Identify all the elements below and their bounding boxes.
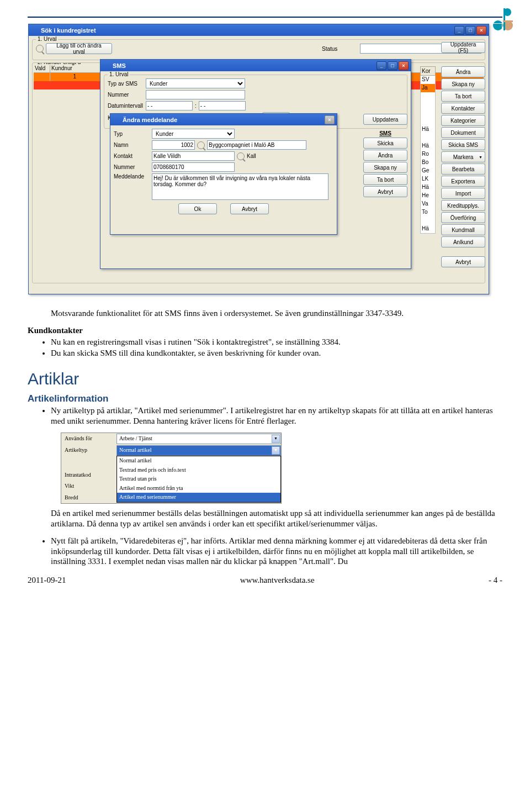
sms-btn-avbryt[interactable]: Avbryt <box>363 186 407 197</box>
sms-min-btn[interactable]: _ <box>377 61 386 70</box>
lbl-kontakt: Kontakt <box>114 153 150 159</box>
lbl-namn: Namn <box>114 142 150 148</box>
search-icon-kontakt[interactable] <box>237 152 245 160</box>
sel-typ[interactable]: Kunder <box>152 129 235 139</box>
bullet-k2: Du kan skicka SMS till dina kundkontakte… <box>51 348 502 358</box>
inp-namn-nr[interactable] <box>152 140 195 150</box>
footer-page: - 4 - <box>489 576 502 585</box>
msg-window-icon <box>113 116 120 124</box>
datum-sep: : <box>195 103 197 109</box>
footer-url: www.hantverksdata.se <box>240 576 315 585</box>
btn-overforing[interactable]: Överföring <box>441 212 485 223</box>
btn-kundmall[interactable]: Kundmall <box>441 224 485 235</box>
btn-bearbeta[interactable]: Bearbeta <box>441 164 485 175</box>
inp-datum-1[interactable] <box>146 101 193 110</box>
msg-close-btn[interactable]: × <box>325 115 335 124</box>
lbl-vikt: Vikt <box>61 481 116 492</box>
sms-group-legend: 1. Urval <box>108 71 130 77</box>
divider <box>28 17 502 18</box>
btn-ok[interactable]: Ok <box>178 203 217 214</box>
lbl-typ: Typ <box>114 131 150 137</box>
btn-dokument[interactable]: Dokument <box>441 127 485 138</box>
add-edit-selection-btn[interactable]: Lägg till och ändra urval <box>46 43 112 54</box>
dropdown-list[interactable]: Normal artikel Textrad med pris och info… <box>116 456 281 503</box>
group-legend-1: 1. Urval <box>36 36 58 42</box>
btn-anlkund[interactable]: Anlkund <box>441 236 485 247</box>
title-text: Sök i kundregistret <box>41 27 96 34</box>
btn-import[interactable]: Import <box>441 188 485 199</box>
group-legend-2: 2. Kunder enligt u <box>36 62 82 65</box>
sms-btn-skapa-ny[interactable]: Skapa ny <box>363 162 407 173</box>
opt-0[interactable]: Normal artikel <box>117 456 280 466</box>
lbl-typ-sms: Typ av SMS <box>108 81 144 87</box>
lbl-datum: Datumintervall <box>108 103 144 109</box>
search-icon-namn[interactable] <box>197 141 205 149</box>
heading-artiklar: Artiklar <box>28 368 502 389</box>
lbl-nummer-msg: Nummer <box>114 164 150 170</box>
para-1: Motsvarande funktionalitet för att SMS f… <box>51 308 502 319</box>
opt-2[interactable]: Textrad utan pris <box>117 474 280 484</box>
footer-date: 2011-09-21 <box>28 576 66 585</box>
lbl-artikeltyp: Artikeltyp <box>61 445 116 456</box>
sms-btn-ta-bort[interactable]: Ta bort <box>363 174 407 185</box>
lbl-kall: Kall <box>247 153 256 159</box>
screenshot-artikeltyp-dropdown: Används förArbete / Tjänst▼ ArtikeltypNo… <box>61 433 282 504</box>
minimize-btn[interactable]: _ <box>454 26 464 35</box>
svg-rect-4 <box>503 20 513 22</box>
bullet-k1: Nu kan en registreringsmall visas i ruti… <box>51 337 502 347</box>
inp-namn-name[interactable] <box>207 140 306 150</box>
sms-btn-skicka[interactable]: Skicka <box>363 138 407 149</box>
title-sms: SMS <box>113 62 126 69</box>
btn-andra[interactable]: Ändra <box>441 66 485 77</box>
lbl-bredd: Bredd <box>61 492 116 504</box>
sms-close-btn[interactable]: × <box>399 61 409 70</box>
sms-max-btn[interactable]: □ <box>388 61 398 70</box>
btn-markera[interactable]: Markera▼ <box>441 151 485 162</box>
opt-3[interactable]: Artikel med normtid från yta <box>117 484 280 493</box>
sel-typ-sms[interactable]: Kunder <box>146 78 245 88</box>
titlebar-sms: SMS _ □ × <box>100 60 411 71</box>
row-1[interactable]: 1 <box>50 73 78 81</box>
bullet-a2: Nytt fält på artikeln, "Vidaredebiteras … <box>51 536 502 567</box>
col-kundnr[interactable]: Kundnur <box>50 64 78 72</box>
inp-datum-2[interactable] <box>199 101 246 110</box>
inp-nummer[interactable] <box>146 90 245 99</box>
titlebar-main: Sök i kundregistret _ □ × <box>29 24 489 36</box>
search-icon <box>36 45 44 52</box>
val-anvands[interactable]: Arbete / Tjänst▼ <box>116 434 281 444</box>
btn-skicka-sms[interactable]: Skicka SMS <box>441 139 485 150</box>
opt-1[interactable]: Textrad med pris och info.text <box>117 466 280 475</box>
inp-kontakt[interactable] <box>152 151 235 161</box>
inp-nummer-msg[interactable] <box>152 162 235 172</box>
btn-kreditupplys[interactable]: Kreditupplys. <box>441 200 485 211</box>
lbl-intrastat: Intrastatkod <box>61 470 116 481</box>
val-artikeltyp[interactable]: Normal artikel▼ <box>116 445 281 456</box>
btn-exportera[interactable]: Exportera <box>441 176 485 187</box>
btn-ta-bort[interactable]: Ta bort <box>441 91 485 102</box>
dropdown-icon[interactable]: ▼ <box>272 435 280 443</box>
btn-skapa-ny[interactable]: Skapa ny <box>441 78 485 89</box>
bullet-a1: Ny artikeltyp på artiklar, "Artikel med … <box>51 405 502 426</box>
row-ja: Ja <box>421 84 435 92</box>
btn-avbryt-main[interactable]: Avbryt <box>441 256 485 267</box>
svg-rect-3 <box>504 8 505 30</box>
heading-kundkontakter: Kundkontakter <box>28 325 502 336</box>
lbl-meddelande: Meddelande <box>114 173 150 180</box>
col-vald[interactable]: Vald <box>34 64 50 72</box>
sms-btn-uppdatera[interactable]: Uppdatera <box>363 114 407 125</box>
lbl-nummer: Nummer <box>108 92 144 98</box>
maximize-btn[interactable]: □ <box>465 26 475 35</box>
btn-kategorier[interactable]: Kategorier <box>441 115 485 126</box>
sms-section-header: SMS <box>363 130 407 136</box>
opt-4[interactable]: Artikel med serienummer <box>117 493 280 502</box>
txt-meddelande[interactable] <box>152 173 328 200</box>
sms-btn-andra[interactable]: Ändra <box>363 150 407 161</box>
btn-uppdatera-f5[interactable]: Uppdatera (F5) <box>441 42 485 53</box>
dropdown-icon[interactable]: ▼ <box>272 446 280 455</box>
sms-window-icon <box>103 62 110 70</box>
close-btn[interactable]: × <box>476 26 486 35</box>
btn-avbryt-msg[interactable]: Avbryt <box>230 203 269 214</box>
col-kor: Kor <box>420 66 436 76</box>
btn-kontakter[interactable]: Kontakter <box>441 103 485 114</box>
title-msg: Ändra meddelande <box>123 117 177 123</box>
